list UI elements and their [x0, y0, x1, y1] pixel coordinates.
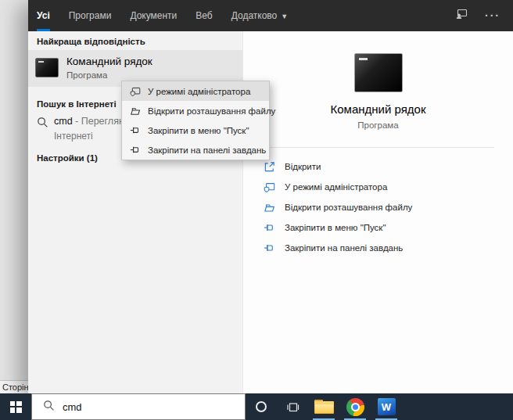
preview-title: Командний рядок — [331, 102, 426, 116]
word-button[interactable]: W — [371, 393, 402, 420]
action-open-file-location[interactable]: Відкрити розташування файлу — [243, 197, 513, 217]
more-options-icon[interactable]: ··· — [485, 10, 500, 21]
search-header: Усі Програми Документи Веб Додатково ▼ — [28, 0, 513, 31]
action-run-as-admin-label: У режимі адміністратора — [285, 182, 387, 192]
file-explorer-icon — [314, 400, 334, 414]
chrome-button[interactable] — [339, 393, 371, 420]
cortana-button[interactable] — [246, 393, 277, 420]
menu-item-run-as-admin[interactable]: У режимі адміністратора — [122, 81, 269, 101]
start-button[interactable] — [0, 393, 31, 420]
tab-all-label: Усі — [37, 10, 50, 21]
web-search-header: Пошук в Інтернеті — [37, 99, 117, 109]
web-search-query: cmd — [54, 116, 73, 127]
action-open[interactable]: Відкрити — [243, 156, 513, 177]
tab-web[interactable]: Веб — [196, 0, 212, 31]
action-open-label: Відкрити — [285, 162, 321, 171]
search-results-body: Найкраща відповідність Командний рядок П… — [28, 31, 513, 393]
file-location-icon — [130, 106, 141, 117]
taskbar: W — [0, 393, 513, 420]
tab-web-label: Веб — [196, 10, 212, 21]
search-icon — [43, 400, 55, 415]
preview-subtitle: Програма — [357, 120, 398, 130]
browser-status-text: Сторін — [0, 380, 28, 393]
menu-item-pin-to-taskbar-label: Закріпити на панелі завдань — [148, 145, 266, 155]
file-location-icon — [264, 202, 275, 214]
menu-item-pin-to-start[interactable]: Закріпити в меню "Пуск" — [122, 120, 269, 140]
web-search-text-line2: Інтернеті — [54, 131, 93, 142]
chrome-inner-ring — [351, 403, 360, 411]
pin-icon — [264, 222, 275, 234]
action-pin-to-start[interactable]: Закріпити в меню "Пуск" — [243, 217, 513, 238]
cmd-terminal-icon — [35, 58, 59, 77]
tab-more-label: Додатково — [231, 10, 278, 21]
open-icon — [264, 161, 275, 173]
action-open-file-location-label: Відкрити розташування файлу — [285, 203, 412, 212]
admin-shield-icon — [264, 181, 275, 193]
feedback-icon[interactable] — [455, 8, 468, 23]
best-match-title: Командний рядок — [66, 56, 152, 67]
word-icon: W — [378, 398, 396, 415]
background-window: Сторін — [0, 0, 28, 393]
chrome-icon — [346, 398, 364, 416]
action-pin-to-taskbar[interactable]: Закріпити на панелі завдань — [243, 238, 513, 258]
menu-item-open-file-location[interactable]: Відкрити розташування файлу — [122, 101, 269, 120]
preview-panel: Командний рядок Програма Відкрити — [242, 31, 513, 393]
search-icon — [37, 117, 48, 131]
chevron-down-icon: ▼ — [281, 13, 288, 20]
cmd-terminal-icon-large — [354, 53, 403, 92]
file-explorer-button[interactable] — [308, 393, 339, 420]
terminal-prompt-mark — [38, 61, 44, 63]
action-pin-to-start-label: Закріпити в меню "Пуск" — [285, 223, 386, 232]
tab-all[interactable]: Усі — [37, 0, 50, 31]
tab-apps[interactable]: Програми — [69, 0, 112, 31]
action-run-as-admin[interactable]: У режимі адміністратора — [243, 177, 513, 197]
admin-shield-icon — [130, 86, 141, 97]
taskbar-search-box[interactable] — [31, 393, 246, 420]
pin-icon — [130, 145, 141, 156]
search-flyout: Усі Програми Документи Веб Додатково ▼ — [28, 0, 513, 393]
header-actions: ··· — [455, 0, 500, 31]
pin-icon — [264, 242, 275, 254]
tab-documents[interactable]: Документи — [130, 0, 177, 31]
chrome-core-dot — [353, 404, 358, 410]
task-view-icon — [286, 400, 300, 414]
settings-header: Настройки (1) — [37, 153, 98, 163]
best-match-header: Найкраща відповідність — [37, 37, 145, 46]
preview-actions: Відкрити У режимі адміністратора Ві — [243, 156, 513, 258]
context-menu: У режимі адміністратора Відкрити розташу… — [121, 81, 270, 160]
best-match-subtitle: Програма — [66, 70, 107, 80]
search-input[interactable] — [63, 401, 196, 413]
cortana-icon — [256, 401, 267, 412]
screen: Сторін Усі Програми Документи Веб — [0, 0, 513, 420]
search-filter-tabs: Усі Програми Документи Веб Додатково ▼ — [28, 0, 288, 31]
tab-documents-label: Документи — [130, 10, 177, 21]
terminal-prompt-mark — [359, 58, 368, 60]
menu-item-open-file-location-label: Відкрити розташування файлу — [148, 106, 275, 116]
windows-logo-icon — [10, 401, 22, 413]
menu-item-run-as-admin-label: У режимі адміністратора — [148, 87, 250, 96]
menu-item-pin-to-taskbar[interactable]: Закріпити на панелі завдань — [122, 140, 269, 160]
tab-apps-label: Програми — [69, 10, 112, 21]
task-view-button[interactable] — [277, 393, 308, 420]
tab-more[interactable]: Додатково ▼ — [231, 0, 288, 31]
menu-item-pin-to-start-label: Закріпити в меню "Пуск" — [148, 126, 249, 135]
preview-divider — [262, 147, 494, 148]
pin-icon — [130, 125, 141, 136]
folder-front — [315, 404, 333, 413]
action-pin-to-taskbar-label: Закріпити на панелі завдань — [285, 243, 403, 253]
